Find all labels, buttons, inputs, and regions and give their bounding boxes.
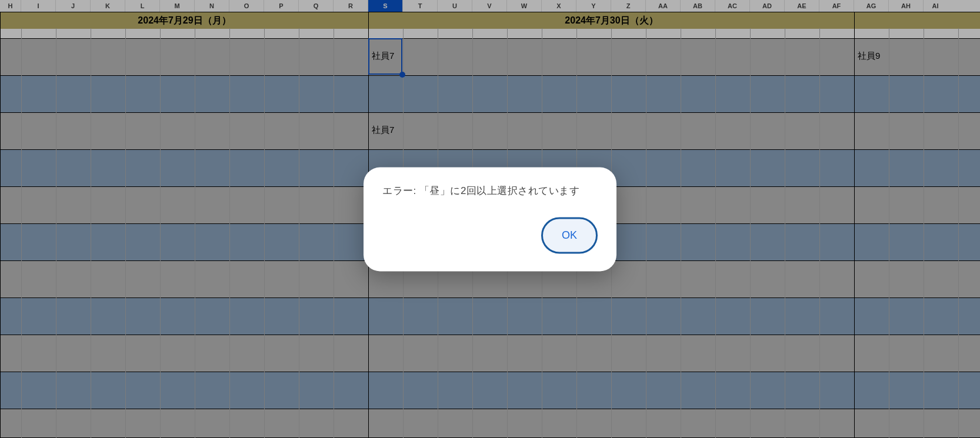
column-header-AA[interactable]: AA xyxy=(646,0,681,12)
column-header-AC[interactable]: AC xyxy=(715,0,750,12)
column-header-AD[interactable]: AD xyxy=(750,0,785,12)
row-grey[interactable] xyxy=(0,38,980,75)
column-header-K[interactable]: K xyxy=(91,0,125,12)
column-header-H[interactable]: H xyxy=(0,0,21,12)
column-header-L[interactable]: L xyxy=(125,0,160,12)
column-header-J[interactable]: J xyxy=(56,0,91,12)
row-grey[interactable] xyxy=(0,335,980,372)
date-header-0: 2024年7月29日（月） xyxy=(1,12,369,29)
column-header-O[interactable]: O xyxy=(229,0,264,12)
column-header-Z[interactable]: Z xyxy=(611,0,646,12)
date-banner-row: 2024年7月29日（月）2024年7月30日（火） xyxy=(0,12,980,28)
column-header-V[interactable]: V xyxy=(472,0,507,12)
column-header-W[interactable]: W xyxy=(507,0,542,12)
ok-button[interactable]: OK xyxy=(541,217,598,253)
column-header-M[interactable]: M xyxy=(160,0,195,12)
column-header-AI[interactable]: AI xyxy=(924,0,947,12)
column-header-I[interactable]: I xyxy=(21,0,56,12)
column-header-N[interactable]: N xyxy=(195,0,229,12)
date-header-1: 2024年7月30日（火） xyxy=(369,12,855,29)
cell-text: 社員9 xyxy=(854,51,889,60)
selection-handle[interactable] xyxy=(399,72,405,78)
column-header-U[interactable]: U xyxy=(438,0,472,12)
day-divider xyxy=(0,12,1,438)
day-divider xyxy=(854,12,855,438)
column-header-R[interactable]: R xyxy=(334,0,368,12)
column-header-S[interactable]: S xyxy=(368,0,403,12)
column-header-AE[interactable]: AE xyxy=(785,0,819,12)
date-header-blank xyxy=(855,12,980,29)
row-grey[interactable] xyxy=(0,409,980,438)
column-header-AB[interactable]: AB xyxy=(681,0,715,12)
column-header-Q[interactable]: Q xyxy=(299,0,334,12)
column-header-X[interactable]: X xyxy=(542,0,576,12)
selected-cell[interactable] xyxy=(368,38,402,75)
column-header-Y[interactable]: Y xyxy=(576,0,611,12)
column-header-T[interactable]: T xyxy=(403,0,438,12)
column-header-AH[interactable]: AH xyxy=(889,0,924,12)
column-header-P[interactable]: P xyxy=(264,0,299,12)
row-grey[interactable] xyxy=(0,112,980,149)
row-blue[interactable] xyxy=(0,75,980,112)
column-headers: HIJKLMNOPQRSTUVWXYZAAABACADAEAFAGAHAI xyxy=(0,0,980,12)
error-dialog: エラー: 「昼」に2回以上選択されています OK xyxy=(364,167,616,271)
cell-text: 社員7 xyxy=(368,125,403,134)
row-blue[interactable] xyxy=(0,297,980,335)
column-header-AF[interactable]: AF xyxy=(819,0,854,12)
row-blue[interactable] xyxy=(0,372,980,409)
error-message: エラー: 「昼」に2回以上選択されています xyxy=(382,183,598,197)
column-header-AG[interactable]: AG xyxy=(854,0,889,12)
